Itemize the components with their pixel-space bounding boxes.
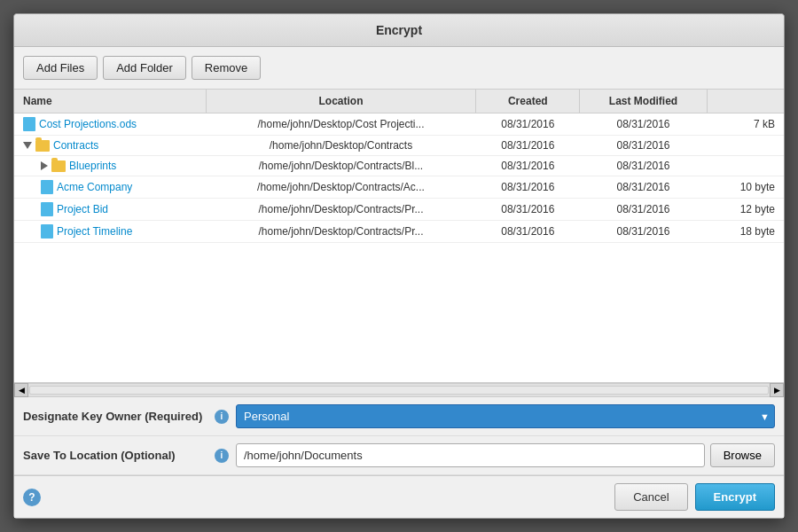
size-cell [707,136,784,156]
expand-arrow-icon[interactable] [41,161,48,170]
file-icon [41,224,53,239]
created-cell: 08/31/2016 [476,113,580,136]
col-header-location: Location [206,90,476,113]
save-location-row: Save To Location (Optional) i Browse [14,436,784,475]
encrypt-button[interactable]: Encrypt [695,483,775,511]
size-cell [707,156,784,176]
table-row[interactable]: Project Bid/home/john/Desktop/Contracts/… [14,199,784,221]
key-owner-select[interactable]: Personal Company Other [236,404,775,428]
save-location-info-icon[interactable]: i [215,449,229,463]
modified-cell: 08/31/2016 [580,136,708,156]
location-cell: /home/john/Desktop/Cost Projecti... [206,113,476,136]
add-folder-button[interactable]: Add Folder [103,56,186,80]
location-cell: /home/john/Desktop/Contracts/Bl... [206,156,476,176]
scroll-track[interactable] [29,386,769,395]
location-cell: /home/john/Desktop/Contracts/Pr... [206,221,476,243]
footer-buttons: Cancel Encrypt [614,483,775,511]
location-cell: /home/john/Desktop/Contracts [206,136,476,156]
bottom-form: Designate Key Owner (Required) i Persona… [14,397,784,475]
dialog-footer: ? Cancel Encrypt [14,475,784,518]
name-cell: Cost Projections.ods [14,113,206,136]
file-name: Blueprints [69,160,116,172]
file-table: Name Location Created Last Modified Cost… [14,90,784,243]
modified-cell: 08/31/2016 [580,199,708,221]
table-row[interactable]: Acme Company/home/john/Desktop/Contracts… [14,176,784,199]
save-location-label: Save To Location (Optional) [23,449,209,462]
created-cell: 08/31/2016 [476,199,580,221]
modified-cell: 08/31/2016 [580,113,708,136]
save-location-input[interactable] [236,443,705,467]
table-row[interactable]: Cost Projections.ods/home/john/Desktop/C… [14,113,784,136]
col-header-name: Name [14,90,206,113]
size-cell: 10 byte [707,176,784,199]
folder-icon [51,160,66,172]
file-table-container[interactable]: Name Location Created Last Modified Cost… [14,90,784,383]
key-owner-row: Designate Key Owner (Required) i Persona… [14,397,784,436]
file-icon [41,202,53,216]
modified-cell: 08/31/2016 [580,156,708,176]
created-cell: 08/31/2016 [476,221,580,243]
table-header-row: Name Location Created Last Modified [14,90,784,113]
file-name: Project Timeline [57,225,132,238]
encrypt-dialog: Encrypt Add Files Add Folder Remove Name… [13,13,785,519]
expand-arrow-icon[interactable] [23,142,32,149]
size-cell: 12 byte [707,199,784,221]
save-location-input-row: Browse [236,443,775,467]
created-cell: 08/31/2016 [476,156,580,176]
modified-cell: 08/31/2016 [580,221,708,243]
table-row[interactable]: Contracts/home/john/Desktop/Contracts08/… [14,136,784,156]
size-cell: 7 kB [707,113,784,136]
key-owner-control: Personal Company Other ▼ [236,404,775,428]
location-cell: /home/john/Desktop/Contracts/Ac... [206,176,476,199]
name-cell: Project Timeline [14,221,206,243]
table-row[interactable]: Blueprints/home/john/Desktop/Contracts/B… [14,156,784,176]
col-header-size [707,90,784,113]
col-header-modified: Last Modified [580,90,708,113]
toolbar: Add Files Add Folder Remove [14,47,784,90]
size-cell: 18 byte [707,221,784,243]
key-owner-info-icon[interactable]: i [215,410,229,424]
table-row[interactable]: Project Timeline/home/john/Desktop/Contr… [14,221,784,243]
horizontal-scrollbar[interactable]: ◀ ▶ [14,383,784,397]
add-files-button[interactable]: Add Files [23,56,98,80]
name-cell: Project Bid [14,199,206,221]
col-header-created: Created [476,90,580,113]
scroll-left-arrow[interactable]: ◀ [14,383,28,397]
help-icon[interactable]: ? [23,489,41,506]
name-cell: Contracts [14,136,206,156]
file-icon [41,180,53,194]
scroll-right-arrow[interactable]: ▶ [770,383,784,397]
created-cell: 08/31/2016 [476,136,580,156]
remove-button[interactable]: Remove [192,56,261,80]
key-owner-dropdown-wrapper: Personal Company Other ▼ [236,404,775,428]
location-cell: /home/john/Desktop/Contracts/Pr... [206,199,476,221]
folder-icon [35,140,50,152]
save-location-control: Browse [236,443,775,467]
file-name: Contracts [53,139,98,152]
file-name: Acme Company [57,181,132,193]
cancel-button[interactable]: Cancel [614,483,687,511]
name-cell: Acme Company [14,176,206,199]
file-name: Cost Projections.ods [39,118,137,130]
modified-cell: 08/31/2016 [580,176,708,199]
file-icon [23,117,35,131]
file-name: Project Bid [57,203,108,215]
key-owner-label: Designate Key Owner (Required) [23,410,209,423]
dialog-title: Encrypt [14,14,784,47]
created-cell: 08/31/2016 [476,176,580,199]
name-cell: Blueprints [14,156,206,176]
browse-button[interactable]: Browse [710,443,775,467]
